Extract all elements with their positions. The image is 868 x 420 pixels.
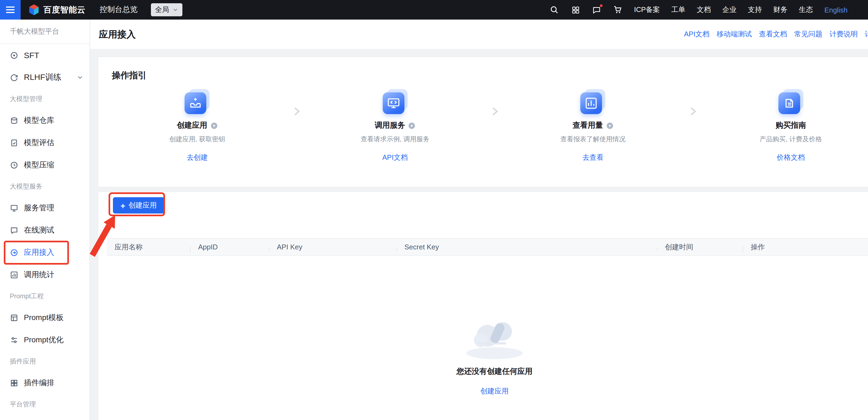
column-app-name: 应用名称 [107, 242, 190, 252]
region-label: 全局 [155, 5, 169, 15]
chevron-down-icon [77, 75, 83, 80]
empty-state-text: 您还没有创建任何应用 [457, 367, 532, 376]
step-title: 查看用量 [573, 121, 603, 131]
sidebar-item-model-repo[interactable]: 模型仓库 [0, 109, 90, 132]
messages-icon[interactable] [592, 5, 601, 15]
step-desc: 产品购买, 计费及价格 [760, 135, 822, 144]
call-stats-icon [10, 270, 19, 279]
step-link-create[interactable]: 去创建 [187, 153, 208, 163]
step-title: 创建应用 [177, 121, 207, 131]
sidebar-item-plugin-orchestrate[interactable]: 插件编排 [0, 372, 90, 394]
top-navbar: 百度智能云 控制台总览 全局 [0, 0, 868, 20]
nav-link-tickets[interactable]: 工单 [671, 5, 685, 15]
sidebar-section-model-mgmt: 大模型管理 [0, 89, 90, 109]
link-api-doc[interactable]: API文档 [684, 29, 710, 39]
sidebar-item-label: 模型评估 [24, 138, 54, 147]
sidebar-item-sft[interactable]: SFT [0, 44, 90, 66]
link-faq[interactable]: 常见问题 [794, 29, 823, 39]
guide-title: 操作指引 [98, 57, 868, 82]
nav-link-docs[interactable]: 文档 [697, 5, 711, 15]
nav-link-support[interactable]: 支持 [748, 5, 762, 15]
step-link-api-doc[interactable]: API文档 [382, 153, 408, 163]
step-title: 调用服务 [375, 121, 405, 131]
empty-state: 您还没有创建任何应用 创建应用 [98, 309, 868, 396]
cart-icon[interactable] [613, 5, 623, 15]
step-link-view-usage[interactable]: 去查看 [583, 153, 603, 163]
link-billing-desc[interactable]: 计费说明 [830, 29, 858, 39]
service-mgmt-icon [10, 203, 19, 212]
guide-step-usage: 查看用量 查看报表了解使用情况 去查看 [494, 89, 692, 163]
region-selector[interactable]: 全局 [151, 3, 182, 16]
rlhf-training-icon [10, 73, 19, 82]
topnav-right: ICP备案 工单 文档 企业 支持 财务 生态 English [549, 0, 848, 20]
nav-link-ecosystem[interactable]: 生态 [799, 5, 813, 15]
column-secret-key: Secret Key [397, 243, 657, 251]
platform-title: 千帆大模型平台 [0, 20, 90, 44]
sidebar-item-prompt-template[interactable]: Prompt模板 [0, 306, 90, 329]
prompt-optimize-icon [10, 336, 19, 344]
nav-link-enterprise[interactable]: 企业 [722, 5, 736, 15]
model-repo-icon [10, 116, 19, 125]
online-test-icon [10, 226, 19, 234]
sidebar-item-label: Prompt优化 [24, 335, 63, 345]
nav-link-finance[interactable]: 财务 [773, 5, 787, 15]
sidebar-item-rlhf[interactable]: RLHF训练 [0, 66, 90, 89]
sidebar-item-service-mgmt[interactable]: 服务管理 [0, 197, 90, 219]
sidebar: 千帆大模型平台 SFT RLHF训练 大模型管理 模型仓库 [0, 20, 90, 420]
plus-icon: + [121, 201, 125, 209]
console-page: 百度智能云 控制台总览 全局 [0, 0, 868, 420]
chevron-right-icon [489, 105, 500, 117]
sidebar-item-label: 应用接入 [24, 248, 54, 257]
step-desc: 查看报表了解使用情况 [560, 135, 626, 144]
chevron-right-icon [290, 105, 302, 117]
guide-step-call-service: 调用服务 查看请求示例, 调用服务 API文档 [296, 89, 494, 163]
model-eval-icon [10, 138, 19, 147]
sidebar-item-call-stats[interactable]: 调用统计 [0, 263, 90, 286]
apps-table-header: 应用名称 AppID API Key Secret Key 创建时间 操作 [107, 238, 868, 256]
page-title: 应用接入 [99, 20, 136, 49]
nav-link-icp[interactable]: ICP备案 [634, 5, 660, 15]
search-icon[interactable] [549, 5, 559, 15]
play-video-icon[interactable] [606, 122, 613, 129]
header-doc-links: API文档 移动端测试 查看文档 常见问题 计费说明 计费管理 [684, 20, 868, 49]
chevron-right-icon [687, 105, 699, 117]
hamburger-menu-button[interactable] [0, 0, 21, 20]
sidebar-item-label: 服务管理 [24, 203, 54, 213]
sidebar-item-label: 在线测试 [24, 225, 54, 235]
console-overview-link[interactable]: 控制台总览 [100, 5, 137, 15]
sidebar-item-label: Prompt模板 [24, 313, 63, 323]
apps-grid-icon[interactable] [570, 5, 580, 15]
empty-create-app-link[interactable]: 创建应用 [480, 386, 509, 396]
sidebar-section-platform: 平台管理 [0, 394, 90, 415]
link-view-doc[interactable]: 查看文档 [759, 29, 787, 39]
step-link-price-doc[interactable]: 价格文档 [777, 153, 805, 163]
nav-link-language[interactable]: English [824, 6, 847, 14]
brand-name: 百度智能云 [43, 5, 86, 15]
link-mobile-test[interactable]: 移动端测试 [717, 29, 752, 39]
column-actions: 操作 [743, 242, 868, 252]
sidebar-item-model-compress[interactable]: 模型压缩 [0, 154, 90, 176]
sidebar-item-online-test[interactable]: 在线测试 [0, 219, 90, 241]
sidebar-item-prompt-optimize[interactable]: Prompt优化 [0, 329, 90, 351]
link-billing-mgmt[interactable]: 计费管理 [865, 29, 868, 39]
chevron-down-icon [172, 7, 178, 12]
sidebar-item-label: 模型压缩 [24, 160, 54, 170]
purchase-guide-icon [778, 89, 803, 114]
play-video-icon[interactable] [408, 122, 415, 129]
brand[interactable]: 百度智能云 [28, 3, 86, 16]
sft-icon [10, 51, 19, 59]
sidebar-item-app-access[interactable]: 应用接入 [0, 241, 90, 263]
sidebar-item-model-eval[interactable]: 模型评估 [0, 132, 90, 154]
sidebar-item-label: RLHF训练 [24, 72, 61, 83]
step-desc: 查看请求示例, 调用服务 [361, 135, 429, 144]
column-api-key: API Key [269, 243, 397, 251]
sidebar-section-model-service: 大模型服务 [0, 176, 90, 197]
play-video-icon[interactable] [211, 122, 218, 129]
create-app-button[interactable]: + 创建应用 [113, 197, 164, 214]
guide-step-purchase: 购买指南 产品购买, 计费及价格 价格文档 [692, 89, 868, 163]
column-app-id: AppID [190, 243, 269, 251]
step-title: 购买指南 [776, 121, 806, 131]
prompt-template-icon [10, 313, 19, 322]
usage-icon [581, 89, 606, 114]
step-desc: 创建应用, 获取密钥 [169, 135, 225, 144]
